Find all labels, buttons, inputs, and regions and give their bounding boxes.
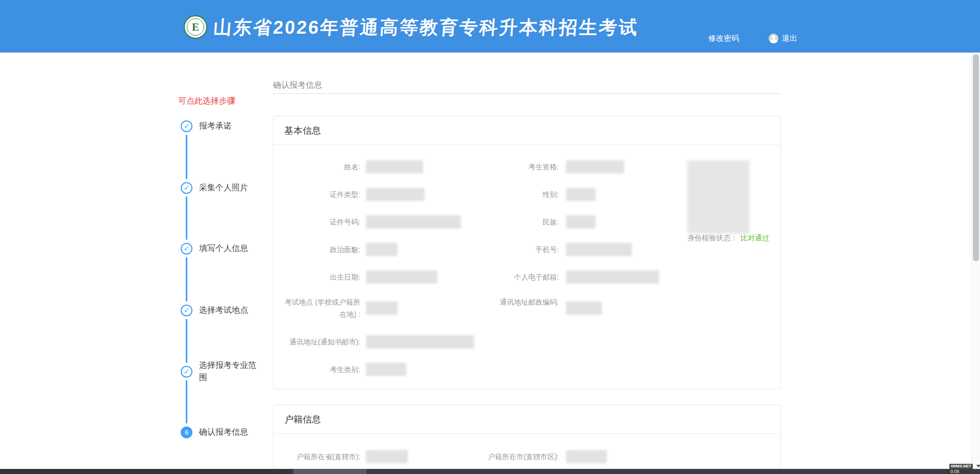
redacted-value-name [366,160,423,173]
user-avatar-icon [769,34,778,43]
redacted-value-exam-location [366,302,398,315]
redacted-value-id-type [366,188,425,201]
redacted-value-email [566,270,659,284]
site-logo: E [184,15,207,39]
field-label-household-city: 户籍所在市(直辖市区): [474,451,559,463]
field-label-mailing-address: 通讯地址(通知书邮寄): [274,336,360,348]
form-row-birthdate-email: 出生日期: 个人电子邮箱: [274,263,780,291]
redacted-value-qualification [566,160,624,173]
basic-info-card-title: 基本信息 [274,116,780,145]
app-header: E 山东省2026年普通高等教育专科升本科招生考试 修改密码 退出 [0,0,980,53]
household-info-card: 户籍信息 户籍所在省(直辖市): 户籍所在市(直辖市区): [273,405,781,474]
check-icon: ✓ [181,305,192,316]
form-row-examlocation-zipcode: 考试地点 (学校或户籍所在地) : 通讯地址邮政编码: [274,291,780,328]
logo-letter: E [187,18,204,36]
taskbar-overlay-text: 0.05 [950,469,960,474]
sidebar-step-application-pledge[interactable]: ✓ 报考承诺 [181,120,256,132]
step-label: 选择考试地点 [199,304,256,316]
page-title: 确认报考信息 [273,80,322,91]
step-connector [186,319,187,363]
logout-label: 退出 [782,34,797,43]
basic-info-card: 基本信息 姓名: 考生资格: 证件类型: 性别: 证件号码: 民族: 政 [273,116,781,389]
form-row-household-province-city: 户籍所在省(直辖市): 户籍所在市(直辖市区): [274,443,780,470]
field-label-candidate-category: 考生类别: [274,363,360,376]
step-connector [186,380,187,423]
redacted-value-household-province [366,450,408,463]
sidebar-step-exam-location[interactable]: ✓ 选择考试地点 [181,304,256,316]
taskbar-left-segment [0,469,292,474]
sidebar-step-major-scope[interactable]: ✓ 选择报考专业范围 [181,359,256,384]
candidate-photo [687,160,749,234]
step-connector [186,196,187,240]
id-check-status-value: 比对通过 [741,234,769,242]
step-label: 采集个人照片 [199,182,256,194]
badge-dropdown-caret-icon[interactable] [976,465,980,467]
field-label-name: 姓名: [274,161,360,173]
form-row-mailing-address: 通讯地址(通知书邮寄): [274,328,780,356]
field-label-email: 个人电子邮箱: [474,271,559,283]
redacted-value-political-status [366,243,398,256]
check-icon: ✓ [181,243,192,255]
field-label-id-type: 证件类型: [274,188,360,201]
form-row-candidate-category: 考生类别: [274,356,780,383]
step-label: 确认报考信息 [199,426,256,438]
iwms-badge-label: IWMS.NET [951,464,971,469]
field-label-gender: 性别: [474,188,559,201]
redacted-value-mailing-address [366,335,474,348]
iwms-overlay-badge[interactable]: IWMS.NET [949,464,973,469]
logout-link[interactable]: 退出 [769,34,797,43]
field-label-household-province: 户籍所在省(直辖市): [274,451,360,463]
redacted-value-ethnicity [566,215,596,229]
field-label-phone: 手机号: [474,243,559,256]
check-icon: ✓ [181,120,192,132]
field-label-zip-code: 通讯地址邮政编码: [474,296,559,308]
change-password-link[interactable]: 修改密码 [708,34,739,43]
field-label-birth-date: 出生日期: [274,271,360,283]
step-number-badge: 6 [181,427,192,438]
sidebar-step-confirm-info[interactable]: 6 确认报考信息 [181,426,256,438]
field-label-id-number: 证件号码: [274,216,360,228]
check-icon: ✓ [181,182,192,194]
sidebar-step-collect-photo[interactable]: ✓ 采集个人照片 [181,182,256,194]
redacted-value-phone [566,243,632,256]
title-divider [273,93,781,94]
step-connector [186,135,187,179]
check-icon: ✓ [181,366,192,378]
id-check-status-label: 身份核验状态： [688,234,738,242]
taskbar-active-app-segment[interactable] [293,469,366,474]
step-label: 选择报考专业范围 [199,359,256,384]
field-label-qualification: 考生资格: [474,161,559,173]
step-label: 报考承诺 [199,120,256,132]
step-connector [186,257,187,302]
household-info-card-title: 户籍信息 [274,405,780,434]
field-label-ethnicity: 民族: [474,216,559,228]
steps-hint[interactable]: 可点此选择步骤 [178,96,235,107]
content-scrollbar-thumb[interactable] [973,54,979,261]
field-label-political-status: 政治面貌: [274,243,360,256]
redacted-value-household-city [566,450,607,463]
field-label-exam-location: 考试地点 (学校或户籍所在地) : [274,296,360,320]
page-banner-title: 山东省2026年普通高等教育专科升本科招生考试 [212,15,653,40]
redacted-value-gender [566,188,596,201]
os-taskbar-sliver: 0.05 [0,469,980,474]
step-label: 填写个人信息 [199,242,256,255]
redacted-value-birth-date [366,270,437,284]
redacted-value-zip-code [566,302,602,315]
redacted-value-candidate-category [366,363,406,376]
redacted-value-id-number [366,215,461,229]
sidebar-step-personal-info[interactable]: ✓ 填写个人信息 [181,242,256,255]
content-scrollbar-track[interactable] [971,53,980,469]
